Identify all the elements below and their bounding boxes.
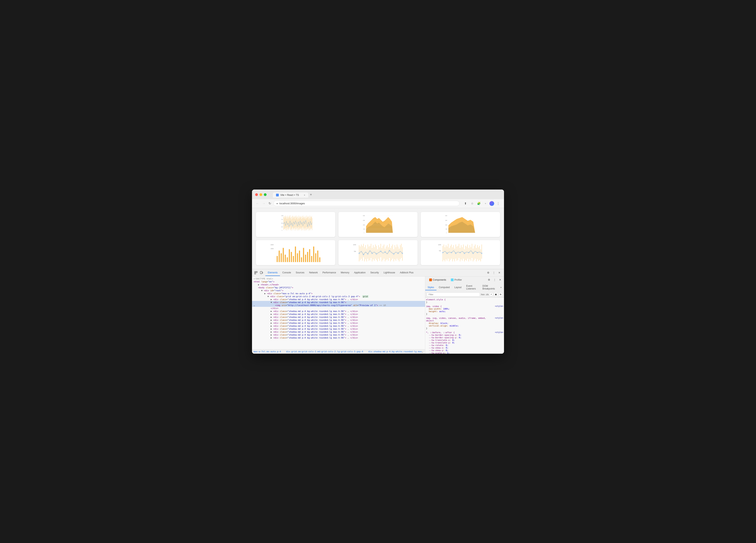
tab-dom-breakpoints[interactable]: DOM Breakpoints: [480, 283, 498, 292]
tab-elements[interactable]: Elements: [265, 270, 280, 276]
svg-text:500: 500: [281, 223, 283, 224]
svg-point-226: [468, 252, 469, 253]
panel-more-icon[interactable]: ⋮: [492, 277, 497, 282]
dom-img[interactable]: … <img src="http://localhost:8080/api/ch…: [252, 304, 425, 307]
style-rule-element: element.style { }: [426, 298, 503, 303]
tab-layout[interactable]: Layout: [452, 285, 464, 290]
dom-div-7[interactable]: ▶ <div class="shadow-md p-4 bg-white rou…: [252, 321, 425, 324]
tab-components[interactable]: Components: [427, 277, 448, 282]
svg-point-228: [477, 252, 478, 253]
style-selector-img: img, video { <style>: [426, 305, 503, 307]
close-button[interactable]: [255, 193, 258, 196]
tab-styles[interactable]: Styles: [425, 285, 436, 290]
computed-style-button[interactable]: ⧉: [499, 293, 502, 296]
tab-adblock[interactable]: Adblock Plus: [397, 270, 416, 276]
style-rule-block: img, svg, video, canvas, audio, iframe, …: [426, 317, 503, 330]
svg-point-229: [481, 253, 482, 254]
tab-performance[interactable]: Performance: [320, 270, 338, 276]
chart-svg-1: 1000 750 500 250 0 /* generated below */: [258, 214, 333, 235]
tab-event-listeners[interactable]: Event Listeners: [464, 283, 480, 292]
svg-point-77: [291, 225, 291, 225]
settings-icon[interactable]: ⚙: [486, 271, 491, 275]
svg-text:1500: 1500: [271, 248, 273, 250]
tab-memory[interactable]: Memory: [338, 270, 352, 276]
dom-div-6[interactable]: ▶ <div class="shadow-md p-4 bg-white rou…: [252, 318, 425, 321]
browser-window: Vite + React + TS × + ← → ↻ ● localhost:…: [252, 190, 504, 354]
window-icon[interactable]: ▫: [483, 201, 488, 206]
svg-rect-123: [313, 247, 314, 262]
dom-content[interactable]: <!DOCTYPE html> <html lang="en"> ▶ <head…: [252, 276, 425, 349]
url-bar[interactable]: ● localhost:3000/images: [273, 201, 460, 206]
svg-point-76: [289, 226, 290, 227]
panel-close-icon[interactable]: ✕: [498, 277, 502, 282]
svg-rect-107: [281, 253, 282, 262]
dom-div-1[interactable]: ▶ <div class="shadow-md p-4 bg-white rou…: [252, 298, 425, 301]
close-devtools-icon[interactable]: ✕: [497, 271, 502, 275]
svg-text:1000: 1000: [281, 215, 283, 216]
right-panel-header: Components Profiler ⚙ ⋮ ✕: [425, 276, 504, 297]
dom-grid[interactable]: ▼ <div class="grid sm:grid-cols-2 md:gri…: [252, 295, 425, 298]
tab-favicon: [276, 194, 279, 197]
dom-head[interactable]: ▶ <head>…</head>: [252, 283, 425, 286]
forward-button[interactable]: →: [261, 201, 266, 206]
menu-icon[interactable]: ⋮: [495, 201, 501, 206]
extensions-icon[interactable]: 🧩: [476, 201, 482, 206]
svg-text:750: 750: [281, 219, 283, 220]
svg-point-173: [372, 253, 372, 254]
add-style-button[interactable]: +: [489, 293, 493, 296]
browser-tab[interactable]: Vite + React + TS ×: [273, 193, 308, 198]
styles-filter-bar: :hov .cls + ▣ ⧉: [425, 292, 504, 297]
dom-div-10[interactable]: ▶ <div class="shadow-md p-4 bg-white rou…: [252, 330, 425, 333]
breadcrumb-card[interactable]: div.shadow-md.p-4.bg-white.rounded-lg.ma…: [368, 350, 425, 353]
tab-close-button[interactable]: ×: [304, 194, 305, 196]
profile-avatar[interactable]: [489, 201, 494, 206]
right-panel-top-tabs: Components Profiler: [427, 277, 464, 282]
tab-sources[interactable]: Sources: [293, 270, 307, 276]
svg-text:2000: 2000: [445, 215, 447, 216]
new-tab-button[interactable]: +: [308, 192, 314, 198]
dom-div-8[interactable]: ▶ <div class="shadow-md p-4 bg-white rou…: [252, 324, 425, 327]
inspect-icon[interactable]: [254, 271, 258, 275]
more-icon[interactable]: ⋮: [491, 271, 496, 275]
dom-body[interactable]: <body class="bg-[#f2f2f2]">: [252, 286, 425, 289]
tab-more[interactable]: »: [498, 285, 504, 290]
tab-console[interactable]: Console: [280, 270, 293, 276]
dom-div-11[interactable]: ▶ <div class="shadow-md p-4 bg-white rou…: [252, 333, 425, 336]
panel-settings-icon[interactable]: ⚙: [487, 277, 491, 282]
style-brace-close-element: }: [426, 301, 503, 303]
style-prop-skewx: --tw-skew-x: 0;: [426, 346, 503, 349]
tab-profiler[interactable]: Profiler: [448, 277, 464, 282]
dom-div-3[interactable]: ▶ <div class="shadow-md p-4 bg-white rou…: [252, 310, 425, 313]
back-button[interactable]: ←: [255, 201, 260, 206]
new-style-rule-button[interactable]: ▣: [494, 293, 498, 296]
maximize-button[interactable]: [264, 193, 267, 196]
styles-filter-input[interactable]: [427, 292, 480, 296]
tab-lighthouse[interactable]: Lighthouse: [381, 270, 397, 276]
dom-div-4[interactable]: ▶ <div class="shadow-md p-4 bg-white rou…: [252, 313, 425, 316]
dom-div-12[interactable]: ▶ <div class="shadow-md p-4 bg-white rou…: [252, 336, 425, 339]
dom-html[interactable]: <html lang="en">: [252, 280, 425, 283]
dom-div-2-selected[interactable]: ▼ <div class="shadow-md p-4 bg-white rou…: [252, 301, 425, 304]
dom-root[interactable]: ▼ <div id="root">: [252, 289, 425, 292]
dom-doctype[interactable]: <!DOCTYPE html>: [252, 277, 425, 280]
refresh-button[interactable]: ↻: [268, 201, 272, 206]
svg-point-82: [300, 221, 301, 222]
tab-application[interactable]: Application: [352, 270, 368, 276]
breadcrumb-grid[interactable]: div.grid.sm:grid-cols-2.md:grid-cols-2.l…: [286, 350, 363, 353]
minimize-button[interactable]: [259, 193, 262, 196]
dom-container[interactable]: ▶ <div class="max-w-7xl mx-auto p-4">: [252, 292, 425, 295]
url-text: localhost:3000/images: [279, 202, 305, 205]
tab-network[interactable]: Network: [307, 270, 320, 276]
share-icon[interactable]: ⬆: [463, 201, 468, 206]
device-icon[interactable]: [259, 271, 264, 275]
breadcrumb-container[interactable]: max-w-7xl.mx-auto.p-4: [254, 350, 281, 353]
bookmark-icon[interactable]: ☆: [469, 201, 475, 206]
svg-rect-117: [301, 257, 302, 262]
tab-security[interactable]: Security: [368, 270, 381, 276]
dom-div-2-close[interactable]: </div>: [252, 307, 425, 310]
tab-computed[interactable]: Computed: [436, 285, 452, 290]
dom-div-9[interactable]: ▶ <div class="shadow-md p-4 bg-white rou…: [252, 327, 425, 330]
svg-point-75: [287, 224, 288, 225]
svg-rect-111: [289, 249, 290, 262]
dom-div-5[interactable]: ▶ <div class="shadow-md p-4 bg-white rou…: [252, 316, 425, 318]
